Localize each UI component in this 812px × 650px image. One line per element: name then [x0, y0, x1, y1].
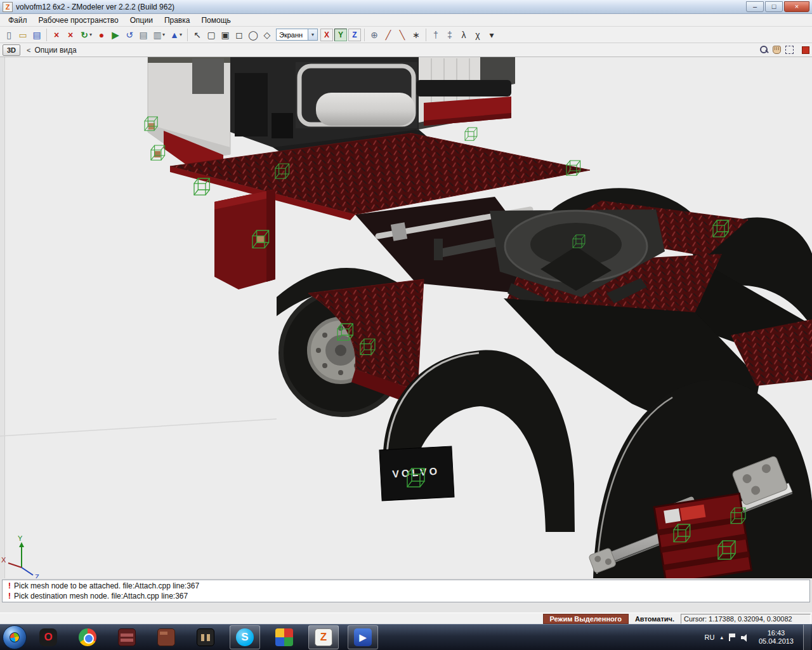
select-polygon-button[interactable]: ◇	[260, 28, 274, 42]
clock-time: 16:43	[759, 629, 794, 637]
warning-icon: !	[5, 592, 14, 600]
action-center-flag-icon[interactable]	[729, 633, 735, 641]
axis-x-button[interactable]: X	[320, 29, 333, 41]
export-button[interactable]: ▶	[108, 28, 122, 42]
figure-tool-button[interactable]: χ	[471, 28, 485, 42]
notes-button[interactable]: ▤	[136, 28, 150, 42]
zmodeler-icon: Z	[315, 628, 332, 646]
menu-edit[interactable]: Правка	[159, 15, 196, 26]
archive-icon	[118, 628, 136, 646]
taskbar-zmodeler-button[interactable]: Z	[308, 625, 339, 649]
collapse-panel-button[interactable]: <	[25, 46, 34, 54]
view-mode-value: Экранн	[277, 31, 308, 39]
menubar: Файл Рабочее пространство Опции Правка П…	[0, 14, 812, 27]
svg-text:X: X	[1, 556, 6, 564]
auto-mode-label[interactable]: Автоматич.	[629, 614, 681, 623]
show-desktop-button[interactable]	[803, 625, 811, 650]
new-file-button[interactable]: ▯	[2, 28, 16, 42]
log-panel-wrap: ! Pick mesh node to be attached. file:At…	[0, 578, 812, 604]
view-mode-select[interactable]: Экранн ▼	[276, 29, 318, 41]
viewport-3d[interactable]: VOLVO	[0, 57, 812, 578]
toolbar-separator	[187, 29, 188, 41]
taskbar-player-button[interactable]	[269, 625, 299, 649]
windows-logo-icon	[9, 632, 21, 644]
open-file-button[interactable]: ▭	[16, 28, 30, 42]
refresh-dropdown-icon[interactable]: ▾	[89, 32, 95, 37]
chrome-icon	[79, 628, 96, 646]
axe-tool-button[interactable]: ╲	[395, 28, 409, 42]
view-mode-3d-button[interactable]: 3D	[3, 44, 20, 56]
more-tools-dropdown[interactable]: ▾	[485, 28, 499, 42]
taskbar-game-button[interactable]	[190, 625, 221, 649]
svg-text:Z: Z	[35, 573, 39, 578]
log-row: ! Pick mesh node to be attached. file:At…	[5, 581, 807, 591]
axis-z-button[interactable]: Z	[348, 29, 361, 41]
player-grid-icon	[275, 628, 293, 646]
close-button[interactable]: ×	[784, 1, 809, 12]
truck-scene: VOLVO	[0, 57, 812, 578]
taskbar-opera-button[interactable]: O	[33, 625, 63, 649]
detach-button[interactable]: ×	[63, 28, 77, 42]
orbit-tool-button[interactable]: ⊕	[367, 28, 381, 42]
menu-options[interactable]: Опции	[124, 15, 159, 26]
axis-y-button[interactable]: Y	[334, 29, 347, 41]
select-rectangle-button[interactable]: ▢	[204, 28, 218, 42]
marquee-zoom-icon[interactable]	[785, 46, 794, 54]
pin-tool-button[interactable]: ∗	[409, 28, 423, 42]
taskbar-skype-button[interactable]: S	[230, 625, 260, 649]
log-row: ! Pick destination mesh node. file:Attac…	[5, 591, 807, 601]
hidden-icons-button[interactable]: ▴	[720, 634, 723, 640]
select-circle-button[interactable]: ◯	[246, 28, 260, 42]
taskbar-archive-button[interactable]	[112, 625, 142, 649]
view-options-label: Опции вида	[34, 46, 76, 55]
toolbar-separator	[46, 29, 47, 41]
menu-help[interactable]: Помощь	[195, 15, 236, 26]
status-spacer	[0, 604, 812, 613]
maximize-viewport-icon[interactable]	[802, 46, 809, 54]
taskbar-folder-button[interactable]	[151, 625, 181, 649]
select-square-button[interactable]: ◻	[232, 28, 246, 42]
log-panel: ! Pick mesh node to be attached. file:At…	[2, 580, 810, 602]
opera-icon: O	[39, 628, 57, 646]
taskbar-media-button[interactable]: ▶	[348, 625, 378, 649]
menu-workspace[interactable]: Рабочее пространство	[33, 15, 124, 26]
taskbar: O S Z ▶	[0, 624, 812, 650]
system-tray: RU ▴ 16:43 05.04.2013	[705, 625, 812, 650]
taskbar-chrome-button[interactable]	[72, 625, 103, 649]
bone-tool-button[interactable]: †	[429, 28, 443, 42]
script-dropdown-icon[interactable]: ▾	[162, 32, 167, 37]
language-indicator[interactable]: RU	[705, 633, 715, 641]
chevron-down-icon[interactable]: ▼	[308, 29, 317, 40]
log-message: Pick destination mesh node. file:Attach.…	[14, 592, 188, 600]
toolbar-separator	[364, 29, 365, 41]
window-title: volvofm12 6x2 - ZModeler ver 2.2.2 (Buil…	[16, 3, 746, 11]
clock-date: 05.04.2013	[759, 637, 794, 646]
game-icon	[197, 628, 214, 646]
knife-tool-button[interactable]: ╱	[381, 28, 395, 42]
delete-button[interactable]: ×	[49, 28, 63, 42]
select-pointer-button[interactable]: ↖	[190, 28, 204, 42]
start-button[interactable]	[3, 625, 27, 649]
pan-hand-icon[interactable]	[773, 46, 781, 54]
toolbar-separator	[426, 29, 426, 41]
save-file-button[interactable]: ▤	[30, 28, 44, 42]
record-button[interactable]: ●	[95, 28, 108, 42]
toolbar: ▯ ▭ ▤ × × ↻ ▾ ● ▶ ↺ ▤ ▥ ▾ ▲ ▾ ↖ ▢ ▣ ◻ ◯ …	[0, 27, 812, 43]
menu-file[interactable]: Файл	[3, 15, 33, 26]
select-filled-button[interactable]: ▣	[218, 28, 232, 42]
statusbar: Режим Выделенного Автоматич. Cursor: 1.1…	[0, 613, 812, 624]
media-player-icon: ▶	[354, 628, 372, 646]
selection-mode-badge[interactable]: Режим Выделенного	[543, 614, 629, 624]
warning-icon: !	[5, 581, 14, 590]
axes-dropdown-icon[interactable]: ▾	[180, 32, 185, 37]
walk-anim-tool-button[interactable]: λ	[457, 28, 471, 42]
ik-tool-button[interactable]: ‡	[443, 28, 457, 42]
zmodeler-window: Z volvofm12 6x2 - ZModeler ver 2.2.2 (Bu…	[0, 0, 812, 650]
volume-icon[interactable]	[741, 633, 749, 641]
zoom-icon[interactable]	[760, 46, 768, 54]
minimize-button[interactable]: –	[746, 1, 764, 12]
undo-button[interactable]: ↺	[122, 28, 136, 42]
titlebar[interactable]: Z volvofm12 6x2 - ZModeler ver 2.2.2 (Bu…	[0, 0, 812, 14]
maximize-button[interactable]: □	[765, 1, 783, 12]
clock[interactable]: 16:43 05.04.2013	[755, 629, 797, 646]
